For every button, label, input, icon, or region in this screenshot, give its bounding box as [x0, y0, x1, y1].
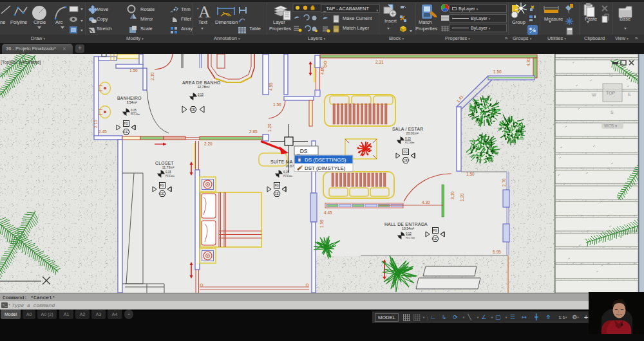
svg-text:4.30: 4.30 — [422, 200, 430, 205]
svg-text:11,73m²: 11,73m² — [162, 165, 175, 169]
svg-text:DST (DIMSTYLE): DST (DIMSTYLE) — [305, 165, 346, 171]
svg-text:1.50: 1.50 — [129, 68, 138, 73]
svg-text:2.85: 2.85 — [249, 129, 258, 134]
svg-text:4.95: 4.95 — [269, 82, 273, 91]
svg-text:0.15: 0.15 — [166, 170, 171, 174]
svg-text:DS (DSETTINGS): DS (DSETTINGS) — [305, 157, 346, 163]
svg-text:W: W — [592, 93, 596, 97]
svg-text:1.50: 1.50 — [493, 69, 502, 74]
svg-text:CE: CE — [191, 108, 195, 111]
svg-text:HALL DE ENTRADA: HALL DE ENTRADA — [384, 222, 428, 226]
svg-text:20,67: 20,67 — [285, 164, 294, 168]
svg-text:BANHEIRO: BANHEIRO — [117, 96, 142, 100]
svg-text:SUÍTE MA: SUÍTE MA — [270, 159, 293, 164]
svg-text:N: N — [609, 73, 612, 78]
svg-text:1.50: 1.50 — [319, 219, 324, 228]
svg-text:PD 2.80m: PD 2.80m — [405, 142, 415, 144]
svg-text:3.10: 3.10 — [450, 191, 455, 199]
svg-text:CLOSET: CLOSET — [155, 161, 174, 165]
svg-text:FG: FG — [404, 151, 408, 154]
svg-text:1.20: 1.20 — [460, 193, 464, 201]
svg-text:CE: CE — [124, 131, 128, 134]
svg-text:CE: CE — [433, 237, 437, 241]
svg-text:4.45: 4.45 — [324, 210, 332, 215]
svg-text:0.15: 0.15 — [283, 170, 289, 174]
svg-text:0.12: 0.12 — [406, 232, 412, 235]
svg-text:2.45: 2.45 — [99, 129, 107, 134]
svg-text:FG: FG — [433, 229, 438, 232]
svg-text:0.15: 0.15 — [131, 109, 137, 112]
svg-text:4.60: 4.60 — [320, 66, 325, 75]
svg-text:PD 3.00m: PD 3.00m — [166, 175, 175, 178]
svg-text:1.50: 1.50 — [273, 102, 281, 107]
svg-text:PD 3.00m: PD 3.00m — [131, 113, 140, 116]
svg-text:2.15: 2.15 — [93, 120, 98, 128]
svg-text:0.15: 0.15 — [405, 137, 411, 140]
svg-text:20,01m²: 20,01m² — [406, 131, 419, 135]
svg-text:S: S — [611, 110, 614, 115]
svg-text:A: A — [198, 3, 211, 21]
svg-text:2.70: 2.70 — [502, 178, 506, 187]
svg-text:FG: FG — [124, 122, 129, 125]
svg-text:4.30: 4.30 — [526, 58, 531, 66]
svg-text:3,54m²: 3,54m² — [126, 100, 137, 104]
svg-text:10,54m²: 10,54m² — [402, 226, 414, 230]
svg-text:PD 2.75m: PD 2.75m — [406, 237, 415, 239]
svg-text:0.13: 0.13 — [198, 93, 204, 97]
svg-text:1.50: 1.50 — [466, 172, 475, 176]
svg-text:1.20: 1.20 — [267, 124, 272, 132]
svg-text:CE: CE — [160, 192, 164, 196]
svg-text:CE: CE — [275, 192, 279, 196]
svg-text:2.20: 2.20 — [204, 142, 213, 146]
svg-text:5.95: 5.95 — [493, 250, 501, 254]
svg-text:2.31: 2.31 — [375, 60, 384, 64]
svg-text:WCS ▾: WCS ▾ — [604, 124, 618, 128]
svg-text:_DS: _DS — [296, 148, 308, 154]
svg-text:AREA DE BANHO: AREA DE BANHO — [182, 80, 220, 85]
svg-text:12,78m²: 12,78m² — [197, 85, 209, 89]
svg-text:FG: FG — [160, 184, 165, 187]
svg-text:FG: FG — [275, 184, 279, 187]
svg-text:TOP: TOP — [606, 91, 616, 95]
svg-text:[Top][2D Wireframe]: [Top][2D Wireframe] — [1, 60, 41, 65]
svg-text:2.10: 2.10 — [150, 72, 155, 80]
svg-text:E: E — [628, 92, 631, 97]
svg-text:SALA / ESTAR: SALA / ESTAR — [392, 127, 423, 131]
svg-text:PD 3.00m: PD 3.00m — [283, 175, 293, 178]
svg-text:CE: CE — [404, 159, 408, 162]
